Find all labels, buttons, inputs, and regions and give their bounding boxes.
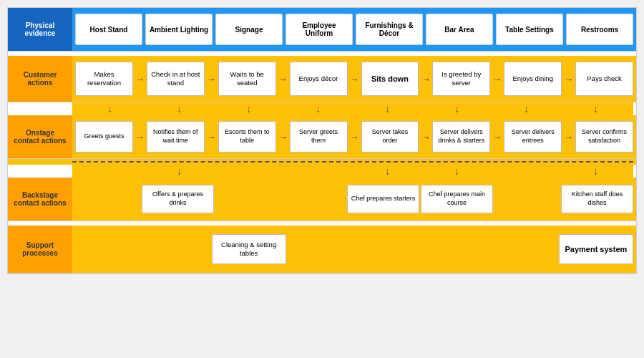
backstage-label: Backstage contact actions <box>8 178 72 221</box>
phys-item-3: Employee Uniform <box>286 14 353 45</box>
customer-actions-content: Makes reservation → Check in at host sta… <box>72 56 636 102</box>
visibility-line-container <box>8 159 636 165</box>
bs-arrow-7: ↓ <box>561 165 630 178</box>
backstage-item-1: Chef prepares starters <box>347 185 419 213</box>
visibility-line <box>72 161 633 163</box>
backstage-item-3: Kitchen staff does dishes <box>561 185 633 213</box>
support-item-1: Payment system <box>559 234 633 264</box>
onstage-item-5: Server delivers drinks & starters <box>432 121 490 153</box>
onstage-arrow-4: → <box>420 132 431 142</box>
blueprint-container: Physical evidence Host Stand Ambient Lig… <box>7 7 637 274</box>
bs-arrow-3 <box>283 170 353 173</box>
onstage-item-1: Notifies them of wait time <box>147 121 205 153</box>
customer-item-6: Enjoys dining <box>504 62 562 96</box>
onstage-item-3: Server greets them <box>290 121 348 153</box>
customer-item-5: Is greeted by server <box>432 62 490 96</box>
backstage-content: Offers & prepares drinks Chef prepares s… <box>72 178 636 221</box>
arrow-4: → <box>420 74 431 84</box>
onstage-items: Greets guests → Notifies them of wait ti… <box>75 121 633 153</box>
arrow-5: → <box>492 74 502 84</box>
onstage-arrow-0: → <box>135 132 145 142</box>
bs-arrow-2 <box>214 170 283 173</box>
backstage-item-0: Offers & prepares drinks <box>142 185 214 213</box>
onstage-item-4: Server takes order <box>361 121 419 153</box>
down-arrow-4: ↓ <box>353 102 422 115</box>
phys-item-6: Table Settings <box>496 14 563 45</box>
support-row: Support processes Cleaning & setting tab… <box>8 226 636 274</box>
customer-item-7: Pays check <box>575 62 633 96</box>
down-arrow-2: ↓ <box>214 102 283 115</box>
support-label: Support processes <box>8 226 72 273</box>
bs-arrow-5: ↓ <box>422 165 492 178</box>
onstage-arrow-6: → <box>563 132 574 142</box>
arrow-6: → <box>563 74 574 84</box>
customer-item-2: Waits to be seated <box>218 62 276 96</box>
phys-item-1: Ambient Lighting <box>145 14 213 45</box>
down-arrow-3: ↓ <box>283 102 353 115</box>
physical-evidence-content: Host Stand Ambient Lighting Signage Empl… <box>72 8 636 51</box>
arrow-2: → <box>278 74 288 84</box>
onstage-arrow-5: → <box>492 132 502 142</box>
onstage-content: Greets guests → Notifies them of wait ti… <box>72 115 636 158</box>
onstage-row: Onstage contact actions Greets guests → … <box>8 115 636 159</box>
bs-arrow-4: ↓ <box>353 165 422 178</box>
down-arrow-7: ↓ <box>561 102 630 115</box>
arrow-3: → <box>349 74 360 84</box>
down-arrow-0: ↓ <box>75 102 145 115</box>
down-arrows-row: ↓ ↓ ↓ ↓ ↓ ↓ ↓ ↓ <box>72 102 633 115</box>
phys-item-0: Host Stand <box>75 14 142 45</box>
onstage-arrow-3: → <box>349 132 360 142</box>
phys-item-5: Bar Area <box>426 14 493 45</box>
backstage-row: Backstage contact actions Offers & prepa… <box>8 178 636 221</box>
onstage-item-0: Greets guests <box>75 121 133 153</box>
onstage-item-7: Server confirms satisfaction <box>575 121 633 153</box>
onstage-item-6: Server delivers entrees <box>504 121 562 153</box>
backstage-item-2: Chef prepares main course <box>421 185 493 213</box>
customer-actions-items: Makes reservation → Check in at host sta… <box>75 62 633 96</box>
physical-evidence-label: Physical evidence <box>8 8 72 51</box>
onstage-arrow-1: → <box>206 132 217 142</box>
down-arrow-5: ↓ <box>422 102 492 115</box>
customer-item-3: Enjoys décor <box>290 62 348 96</box>
support-item-0: Cleaning & setting tables <box>212 234 286 264</box>
support-content: Cleaning & setting tables Payment system <box>72 226 636 273</box>
customer-item-4: Sits down <box>361 62 419 96</box>
arrow-0: → <box>135 74 145 84</box>
customer-item-0: Makes reservation <box>75 62 133 96</box>
bs-arrow-6 <box>492 170 561 173</box>
phys-item-2: Signage <box>215 14 283 45</box>
backstage-down-arrows: ↓ ↓ ↓ ↓ <box>72 165 633 178</box>
phys-item-7: Restrooms <box>566 14 633 45</box>
onstage-arrow-2: → <box>278 132 288 142</box>
bs-arrow-1: ↓ <box>145 165 214 178</box>
physical-evidence-items: Host Stand Ambient Lighting Signage Empl… <box>75 14 633 45</box>
customer-item-1: Check in at host stand <box>147 62 205 96</box>
customer-actions-row: Customer actions Makes reservation → Che… <box>8 56 636 102</box>
down-arrow-6: ↓ <box>492 102 561 115</box>
onstage-label: Onstage contact actions <box>8 115 72 158</box>
bs-arrow-0 <box>75 170 145 173</box>
down-arrow-1: ↓ <box>145 102 214 115</box>
onstage-item-2: Escorts them to table <box>218 121 276 153</box>
arrow-1: → <box>206 74 217 84</box>
backstage-items: Offers & prepares drinks Chef prepares s… <box>75 182 633 216</box>
customer-actions-label: Customer actions <box>8 56 72 102</box>
phys-item-4: Furnishings & Décor <box>356 14 423 45</box>
physical-evidence-row: Physical evidence Host Stand Ambient Lig… <box>8 8 636 52</box>
support-items: Cleaning & setting tables Payment system <box>75 231 633 267</box>
